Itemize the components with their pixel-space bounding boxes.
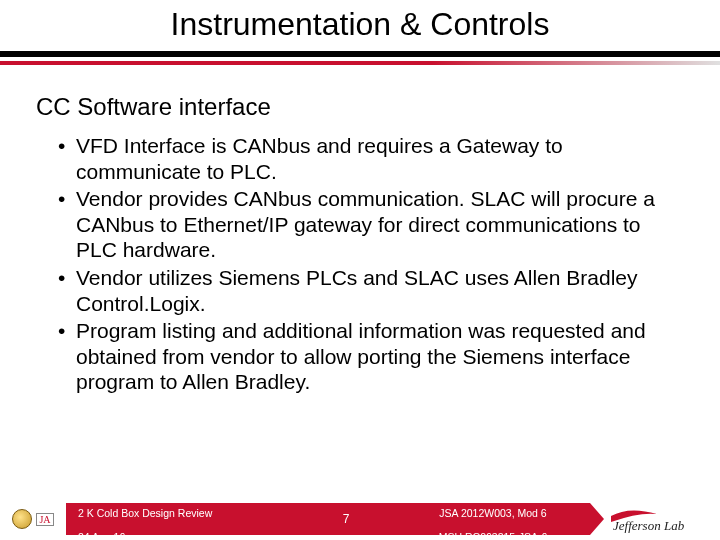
list-item: Program listing and additional informati… [58,318,684,395]
footer-review-info: 2 K Cold Box Design Review 24 Aug 16 [66,494,296,540]
bullet-list: VFD Interface is CANbus and requires a G… [36,133,684,395]
ref-line1: JSA 2012W003, Mod 6 [439,507,546,519]
page-title: Instrumentation & Controls [0,6,720,43]
review-date: 24 Aug 16 [78,531,125,540]
ref-line2: MSU RC063215-JSA-6 [439,531,548,540]
page-number: 7 [296,512,396,526]
list-item: Vendor utilizes Siemens PLCs and SLAC us… [58,265,684,316]
footer: JA 2 K Cold Box Design Review 24 Aug 16 … [0,498,720,540]
list-item: Vendor provides CANbus communication. SL… [58,186,684,263]
footer-logos: JA [0,509,66,529]
ja-mark-icon: JA [36,513,53,526]
list-item: VFD Interface is CANbus and requires a G… [58,133,684,184]
svg-text:Jefferson Lab: Jefferson Lab [613,518,685,533]
title-rule [0,51,720,57]
title-area: Instrumentation & Controls [0,0,720,51]
section-subtitle: CC Software interface [36,93,684,121]
content-area: CC Software interface VFD Interface is C… [0,65,720,395]
jefferson-lab-logo: Jefferson Lab [590,498,720,540]
review-title: 2 K Cold Box Design Review [78,507,212,519]
doe-seal-icon [12,509,32,529]
footer-bar: 2 K Cold Box Design Review 24 Aug 16 7 J… [66,503,590,535]
footer-reference: JSA 2012W003, Mod 6 MSU RC063215-JSA-6 [396,494,590,540]
